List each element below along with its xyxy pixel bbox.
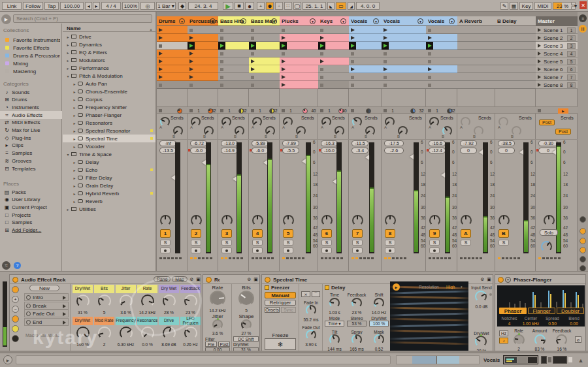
track-activator-button[interactable]: A (461, 229, 471, 238)
scene-play-icon[interactable] (538, 52, 541, 56)
track-fold-icon[interactable]: ▾ (340, 18, 346, 24)
clip-slot[interactable] (457, 50, 495, 57)
clip-slot[interactable] (280, 42, 318, 50)
overlay-close-button[interactable]: ✕ (580, 1, 587, 9)
volume-display[interactable]: 0 (460, 148, 477, 153)
clip-slot[interactable] (495, 65, 536, 73)
pan-knob[interactable] (252, 215, 263, 226)
tree-row-time-space[interactable]: ▾Time & Space (63, 150, 155, 158)
tree-row-pitch-modulation[interactable]: ▾Pitch & Modulation (63, 72, 155, 80)
category-item-midi-effects[interactable]: ⇄MIDI Effects (0, 119, 62, 127)
clip-slot[interactable] (426, 73, 457, 81)
scene-row-4[interactable]: Scene 44 (536, 50, 578, 57)
loop-start-display[interactable]: 25. 1. 1 (302, 2, 326, 10)
key-map-button[interactable]: Key (519, 2, 533, 10)
clip-slot[interactable] (349, 73, 382, 81)
clip-slot[interactable] (188, 34, 218, 42)
redux-shape-value[interactable]: 27 % (235, 330, 258, 336)
send-b-post-button[interactable]: Post (555, 129, 571, 135)
clip-slot[interactable] (426, 42, 457, 50)
punch-out-button[interactable]: ◢ (348, 2, 355, 10)
track-activator-button[interactable]: B (498, 229, 509, 238)
volume-display[interactable]: -14.9 (221, 148, 238, 153)
volume-fader-handle[interactable] (263, 160, 267, 165)
volume-fader-handle[interactable] (233, 176, 237, 182)
volume-fader-handle[interactable] (171, 175, 175, 180)
rack-remove-chain-button[interactable]: − (12, 306, 19, 313)
clip-slot[interactable] (382, 34, 426, 42)
clip-slot[interactable] (157, 65, 188, 73)
macro-variation-row-intro[interactable]: Intro (24, 293, 69, 301)
place-item-4[interactable]: □Samples (0, 219, 62, 227)
spectro-play-icon[interactable]: ▶ (393, 283, 400, 291)
nudge-down-button[interactable]: ◂ (85, 2, 92, 10)
macro-value[interactable]: 0.26 Hz (180, 342, 201, 347)
track-fold-icon[interactable]: ▾ (271, 18, 277, 24)
device-activator[interactable] (265, 277, 270, 283)
pan-knob[interactable] (160, 215, 171, 226)
track-stop-button[interactable] (159, 109, 162, 112)
arm-record-button[interactable] (191, 247, 201, 253)
clip-slot[interactable] (188, 50, 218, 57)
category-item-max-for-live[interactable]: ↻Max for Live (0, 127, 62, 135)
track-activator-button[interactable]: 8 (385, 229, 395, 238)
category-item-sounds[interactable]: ♪Sounds (0, 88, 62, 96)
scene-row-7[interactable]: Scene 77 (536, 73, 578, 81)
clip-slot[interactable] (426, 26, 457, 34)
clip-slot[interactable] (318, 73, 349, 81)
track-stop-button[interactable] (428, 109, 431, 112)
arm-record-button[interactable] (160, 247, 171, 253)
phaser-hz-button[interactable]: Hz (499, 330, 508, 336)
scene-play-icon[interactable] (538, 44, 541, 48)
scene-play-icon[interactable] (538, 59, 541, 63)
clip-slot[interactable] (349, 57, 382, 65)
redux-filter-post-button[interactable]: Post (218, 342, 230, 347)
clip-slot[interactable] (249, 81, 280, 89)
play-button[interactable]: ▶ (223, 2, 233, 10)
macro-knob[interactable] (98, 327, 111, 340)
volume-fader-handle[interactable] (410, 154, 414, 159)
help-icon[interactable]: ? (14, 262, 21, 269)
peak-level-display[interactable]: -38.5 (498, 140, 515, 146)
scene-row-8[interactable]: Scene 88 (536, 81, 578, 89)
clip-slot[interactable] (318, 50, 349, 57)
clip-slot[interactable] (318, 26, 349, 34)
volume-fader-handle[interactable] (365, 155, 369, 160)
clip-slot[interactable] (280, 73, 318, 81)
volume-meter[interactable] (445, 142, 450, 253)
automation-arm-button[interactable]: ⬤ (266, 2, 274, 10)
clip-slot[interactable] (188, 73, 218, 81)
arm-record-button[interactable] (385, 247, 395, 253)
clip-slot[interactable] (382, 26, 426, 34)
delay-enable-checkbox[interactable] (325, 285, 329, 290)
freezer-sync-button[interactable]: Sync (281, 307, 296, 313)
clip-slot[interactable] (457, 57, 495, 65)
tree-row-phaser-flanger[interactable]: ▸Phaser-Flanger (63, 111, 155, 119)
clip-slot[interactable] (457, 81, 495, 89)
clip-slot[interactable] (349, 34, 382, 42)
clip-slot[interactable] (157, 57, 188, 65)
tree-row-chorus-ensemble[interactable]: ▸Chorus-Ensemble (63, 88, 155, 95)
category-item-instruments[interactable]: ◔Instruments (0, 103, 62, 111)
collection-item-1[interactable]: Favorite Effects (0, 44, 62, 52)
phaser-sync-button[interactable]: ♪ (499, 338, 508, 343)
clip-slot[interactable] (157, 34, 188, 42)
track-header[interactable]: Master (536, 16, 578, 26)
clip-slot[interactable] (249, 26, 280, 34)
clip-slot[interactable] (218, 65, 249, 73)
show-sends-toggle[interactable] (580, 228, 586, 234)
volume-fader-handle[interactable] (202, 160, 206, 165)
clip-slot[interactable] (249, 50, 280, 57)
category-item-clips[interactable]: ▸Clips (0, 142, 62, 150)
volume-meter[interactable] (556, 142, 561, 253)
redux-bits-knob[interactable] (238, 291, 254, 306)
solo-button[interactable]: S (191, 240, 201, 246)
spectral-hotswap-icon[interactable]: ⊘ (480, 276, 485, 282)
clip-slot[interactable] (457, 34, 495, 42)
volume-meter[interactable] (414, 142, 419, 253)
tree-row-grain-delay[interactable]: ▸Grain Delay (63, 182, 155, 189)
arm-record-button[interactable] (283, 247, 293, 253)
peak-level-display[interactable]: -7.92 (460, 140, 477, 146)
collection-item-3[interactable]: Mixing (0, 59, 62, 67)
scene-row-5[interactable]: Scene 55 (536, 57, 578, 65)
